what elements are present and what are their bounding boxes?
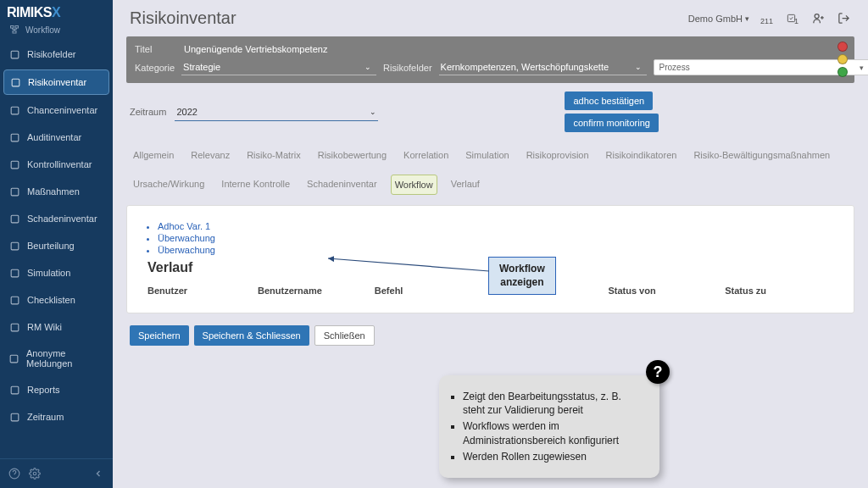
logout-icon[interactable] <box>837 12 851 25</box>
kategorie-label: Kategorie <box>135 63 175 73</box>
workflow-icon <box>8 24 20 36</box>
sidebar-item-schadeninventar[interactable]: Schadeninventar <box>0 205 113 232</box>
svg-rect-16 <box>11 413 19 421</box>
sidebar-item-label: Beurteilung <box>27 241 75 251</box>
sidebar-item-ma-nahmen[interactable]: Maßnahmen <box>0 178 113 205</box>
logo-text: RIMIKS <box>7 5 52 19</box>
period-label: Zeitraum <box>130 107 166 117</box>
sidebar-item-kontrollinventar[interactable]: Kontrollinventar <box>0 151 113 178</box>
check-icon[interactable]: 1 <box>787 12 800 25</box>
tab-verlauf[interactable]: Verlauf <box>448 175 483 195</box>
tab-risikoindikatoren[interactable]: Risikoindikatoren <box>603 146 681 164</box>
workflow-link[interactable]: Adhoc Var. 1 <box>158 221 833 231</box>
tab-ursache-wirkung[interactable]: Ursache/Wirkung <box>130 175 208 195</box>
sidebar-item-label: Schadeninventar <box>27 214 97 224</box>
save-button[interactable]: Speichern <box>130 325 189 346</box>
callout-box: Workflow anzeigen <box>488 257 556 295</box>
period-value: 2022 <box>176 107 197 117</box>
sidebar-item-beurteilung[interactable]: Beurteilung <box>0 232 113 259</box>
tab-korrelation[interactable]: Korrelation <box>400 146 452 164</box>
reports-icon <box>8 384 20 396</box>
wiki-icon <box>8 321 20 333</box>
simulation-icon <box>8 267 20 279</box>
tab-risikoprovision[interactable]: Risikoprovision <box>523 146 593 164</box>
callout-line1: Workflow <box>499 263 545 276</box>
sidebar-crumb: Workflow <box>0 22 113 41</box>
damage-icon <box>8 213 20 225</box>
company-name: Demo GmbH <box>688 14 743 24</box>
bell-icon[interactable]: 211 <box>761 12 775 25</box>
sidebar-item-zeitraum[interactable]: Zeitraum <box>0 403 113 430</box>
close-button[interactable]: Schließen <box>314 325 375 346</box>
company-selector[interactable]: Demo GmbH ▾ <box>688 14 749 24</box>
svg-rect-11 <box>11 269 19 277</box>
prozess-placeholder: Prozess <box>659 63 690 72</box>
risikofelder-label: Risikofelder <box>383 63 431 73</box>
svg-rect-5 <box>11 107 19 114</box>
help-icon[interactable] <box>8 468 20 480</box>
sidebar-item-auditinventar[interactable]: Auditinventar <box>0 124 113 151</box>
sidebar-item-risikoinventar[interactable]: Risikoinventar <box>3 69 109 95</box>
tabs: AllgemeinRelevanzRisiko-MatrixRisikobewe… <box>126 137 854 200</box>
column-header: Benutzername <box>258 286 366 296</box>
sidebar-item-rm-wiki[interactable]: RM Wiki <box>0 313 113 341</box>
tab-interne-kontrolle[interactable]: Interne Kontrolle <box>218 175 293 195</box>
sidebar-item-label: Maßnahmen <box>27 186 80 197</box>
collapse-sidebar-icon[interactable] <box>92 468 104 480</box>
sidebar-item-simulation[interactable]: Simulation <box>0 259 113 286</box>
anon-icon <box>8 352 19 364</box>
svg-rect-13 <box>11 324 19 331</box>
svg-rect-9 <box>11 215 19 223</box>
header-panel: Titel Ungenügende Vertriebskompetenz Kat… <box>126 36 854 83</box>
page-title: Risikoinventar <box>130 8 236 28</box>
sidebar-item-risikofelder[interactable]: Risikofelder <box>0 41 113 68</box>
sidebar-item-label: Reports <box>27 385 60 395</box>
tab-allgemein[interactable]: Allgemein <box>130 146 177 164</box>
period-select[interactable]: 2022 ⌄ <box>175 103 378 121</box>
chevron-down-icon: ▾ <box>745 14 749 23</box>
logo-x: X <box>52 5 60 19</box>
assessment-icon <box>8 240 20 252</box>
sidebar-item-chanceninventar[interactable]: Chanceninventar <box>0 97 113 124</box>
sidebar-item-label: Chanceninventar <box>27 105 97 115</box>
chevron-down-icon: ▾ <box>860 64 864 72</box>
traffic-yellow <box>837 54 848 64</box>
sidebar-item-label: RM Wiki <box>27 322 62 332</box>
sidebar-item-anonyme-meldungen[interactable]: Anonyme Meldungen <box>0 341 113 376</box>
help-item: Werden Rollen zugewiesen <box>463 450 646 463</box>
question-mark-icon: ? <box>646 360 670 384</box>
tab-schadeninventar[interactable]: Schadeninventar <box>303 175 381 195</box>
tab-risiko-matrix[interactable]: Risiko-Matrix <box>243 146 304 164</box>
adhoc-confirm-button[interactable]: adhoc bestätigen <box>565 92 653 110</box>
tab-risiko-bew-ltigungsma-nahmen[interactable]: Risiko-Bewältigungsmaßnahmen <box>690 146 833 164</box>
tab-relevanz[interactable]: Relevanz <box>187 146 233 164</box>
inventory-icon <box>9 76 21 88</box>
user-add-icon[interactable] <box>812 12 826 25</box>
tab-risikobewertung[interactable]: Risikobewertung <box>314 146 390 164</box>
svg-point-20 <box>815 14 819 19</box>
svg-rect-14 <box>10 355 18 363</box>
sidebar-item-checklisten[interactable]: Checklisten <box>0 286 113 313</box>
risikofelder-select[interactable]: Kernkompetenzen, Wertschöpfungskette ⌄ <box>439 59 647 75</box>
svg-rect-6 <box>11 134 19 141</box>
audit-icon <box>8 131 20 143</box>
svg-rect-3 <box>11 51 19 58</box>
workflow-link[interactable]: Überwachung <box>158 245 833 255</box>
prozess-select[interactable]: Prozess ▾ <box>654 59 868 75</box>
sidebar: RIMIKSX Workflow RisikofelderRisikoinven… <box>0 0 113 488</box>
workflow-link[interactable]: Überwachung <box>158 233 833 243</box>
settings-icon[interactable] <box>29 468 41 480</box>
confirm-monitoring-button[interactable]: confirm monitoring <box>565 114 658 132</box>
sidebar-item-reports[interactable]: Reports <box>0 376 113 403</box>
chevron-down-icon: ⌄ <box>364 63 371 71</box>
kategorie-select[interactable]: Strategie ⌄ <box>181 59 376 75</box>
tab-workflow[interactable]: Workflow <box>391 175 437 195</box>
tab-simulation[interactable]: Simulation <box>462 146 512 164</box>
period-icon <box>8 411 20 423</box>
checklists-icon <box>8 294 20 306</box>
control-icon <box>8 158 20 170</box>
sidebar-item-label: Anonyme Meldungen <box>26 348 104 369</box>
svg-point-18 <box>33 472 36 475</box>
help-item: Zeigt den Bearbeitungsstatus, z. B. steh… <box>463 390 646 417</box>
save-close-button[interactable]: Speichern & Schliessen <box>194 325 309 346</box>
